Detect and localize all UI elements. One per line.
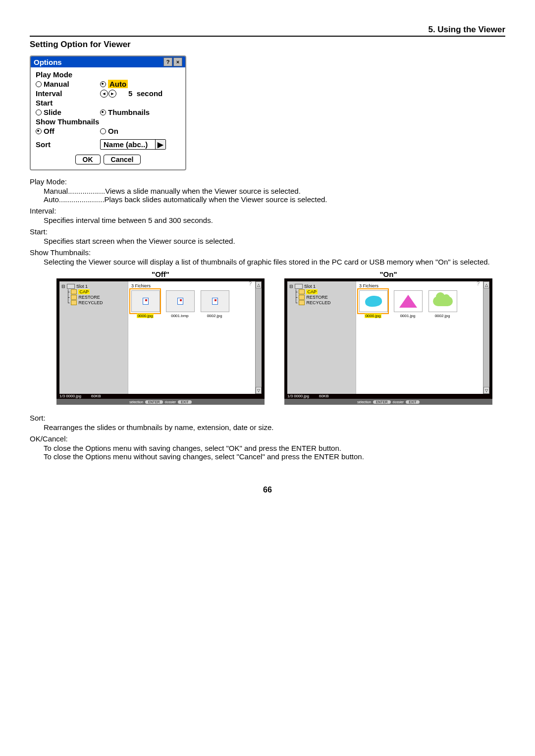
file-count: 3 Fichiers xyxy=(131,283,259,288)
desc-start-text: Specifies start screen when the Viewer s… xyxy=(44,237,505,245)
image-icon xyxy=(365,295,382,307)
thumb-0[interactable] xyxy=(131,290,160,312)
radio-on[interactable]: On xyxy=(100,127,118,135)
scrollbar[interactable]: △ ▽ xyxy=(255,281,262,394)
status-size: 60KB xyxy=(319,394,329,399)
folder-tree: ⊟ Slot 1 ├ CAP ├ RESTORE └ RECYCLED xyxy=(59,281,128,394)
desc-okcancel-t2: To close the Options menu without saving… xyxy=(44,452,505,461)
exit-hint: EXIT xyxy=(178,400,192,404)
help-icon[interactable]: ? xyxy=(249,280,252,286)
desc-interval-text: Specifies interval time between 5 and 30… xyxy=(44,216,505,224)
sort-label: Sort xyxy=(36,140,100,149)
enter-hint: ENTER xyxy=(373,400,391,404)
document-icon xyxy=(143,298,149,305)
folder-tree: ⊟ Slot 1 ├ CAP ├ RESTORE └ RECYCLED xyxy=(287,281,356,394)
page-number: 66 xyxy=(30,486,505,494)
desc-manual-label: Manual xyxy=(44,187,68,195)
interval-label: Interval xyxy=(36,89,100,98)
section-title: Setting Option for Viewer xyxy=(30,40,505,50)
help-icon[interactable]: ? xyxy=(477,280,480,286)
exit-hint: EXIT xyxy=(406,400,420,404)
interval-increase-icon[interactable]: ► xyxy=(108,90,116,98)
help-icon[interactable]: ? xyxy=(163,57,172,66)
radio-slide[interactable]: Slide xyxy=(36,108,100,116)
play-mode-label: Play Mode xyxy=(36,70,180,79)
thumb-label-2: 0002.jpg xyxy=(428,314,456,318)
sort-dropdown[interactable]: Name (abc..) ▶ xyxy=(100,139,166,150)
enter-hint: ENTER xyxy=(145,400,163,404)
sort-value: Name (abc..) xyxy=(101,140,155,149)
interval-decrease-icon[interactable]: ◄ xyxy=(100,90,108,98)
desc-manual-text: Views a slide manually when the Viewer s… xyxy=(105,187,301,195)
dialog-titlebar: Options ? × xyxy=(31,56,185,67)
status-size: 60KB xyxy=(91,394,101,399)
desc-auto-label: Auto xyxy=(44,195,59,204)
file-count: 3 Fichiers xyxy=(359,283,486,288)
off-heading: "Off" xyxy=(56,270,265,278)
scroll-down-icon[interactable]: ▽ xyxy=(483,387,489,394)
desc-sort-h: Sort: xyxy=(30,414,505,422)
thumb-label-1: 0001.jpg xyxy=(394,314,422,318)
thumb-2[interactable] xyxy=(201,290,229,312)
thumb-label-2: 0002.jpg xyxy=(201,314,228,318)
thumb-label-0: 0000.jpg xyxy=(137,314,154,318)
interval-unit: second xyxy=(137,89,163,98)
desc-sort-text: Rearranges the slides or thumbnails by n… xyxy=(44,423,505,432)
options-dialog: Options ? × Play Mode Manual Auto Interv… xyxy=(30,55,186,170)
start-label: Start xyxy=(36,99,180,107)
interval-value: 5 xyxy=(128,89,132,98)
desc-okcancel-h: OK/Cancel: xyxy=(30,434,505,443)
on-heading: "On" xyxy=(284,270,492,278)
radio-thumbnails[interactable]: Thumbnails xyxy=(100,108,150,116)
show-thumbnails-label: Show Thumbnails xyxy=(36,117,180,126)
desc-show-text: Selecting the Viewer source will display… xyxy=(44,258,505,266)
dialog-title: Options xyxy=(34,58,62,66)
document-icon xyxy=(212,298,218,305)
cancel-button[interactable]: Cancel xyxy=(104,155,141,164)
status-position: 1/3 0000.jpg xyxy=(59,394,81,399)
thumb-1[interactable] xyxy=(166,290,195,312)
desc-play-mode-h: Play Mode: xyxy=(30,177,505,186)
desc-start-h: Start: xyxy=(30,227,505,236)
status-position: 1/3 0000.jpg xyxy=(287,394,309,399)
thumb-2[interactable] xyxy=(428,290,457,312)
radio-manual[interactable]: Manual xyxy=(36,80,100,88)
desc-interval-h: Interval: xyxy=(30,207,505,215)
ok-button[interactable]: OK xyxy=(75,155,101,164)
radio-auto[interactable]: Auto xyxy=(100,80,128,88)
scrollbar[interactable]: △ ▽ xyxy=(483,281,489,394)
thumb-label-0: 0000.jpg xyxy=(365,314,382,318)
desc-show-h: Show Thumbnails: xyxy=(30,248,505,257)
radio-off[interactable]: Off xyxy=(36,127,100,135)
chevron-right-icon[interactable]: ▶ xyxy=(155,140,165,149)
thumb-1[interactable] xyxy=(394,290,423,312)
chapter-title: 5. Using the Viewer xyxy=(428,25,505,35)
desc-auto-text: Plays back slides automatically when the… xyxy=(105,195,327,204)
document-icon xyxy=(177,298,183,305)
scroll-down-icon[interactable]: ▽ xyxy=(256,387,262,394)
thumb-label-1: 0001.bmp xyxy=(166,314,194,318)
close-icon[interactable]: × xyxy=(173,57,182,66)
image-icon xyxy=(433,296,453,306)
browser-on: ⊟ Slot 1 ├ CAP ├ RESTORE └ RECYCLED ? 3 … xyxy=(284,278,492,405)
desc-okcancel-t1: To close the Options menu with saving ch… xyxy=(44,444,505,452)
thumb-0[interactable] xyxy=(359,290,388,312)
browser-off: ⊟ Slot 1 ├ CAP ├ RESTORE └ RECYCLED ? 3 … xyxy=(56,278,265,405)
scroll-up-icon[interactable]: △ xyxy=(483,281,489,288)
image-icon xyxy=(399,295,417,308)
scroll-up-icon[interactable]: △ xyxy=(256,281,262,288)
